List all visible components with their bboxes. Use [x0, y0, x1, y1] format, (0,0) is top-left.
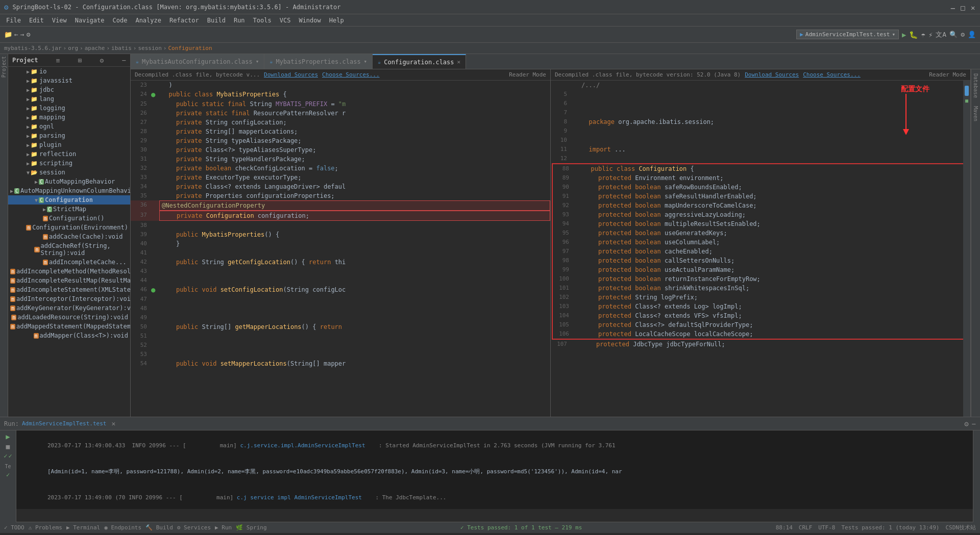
translate-icon[interactable]: 文A [936, 30, 946, 39]
right-choose-link[interactable]: Choose Sources... [803, 71, 861, 78]
tree-item-configuration[interactable]: ▼ C Configuration [8, 195, 130, 205]
menu-help[interactable]: Help [325, 16, 348, 25]
tree-item-plugin[interactable]: ▶ 📁 plugin [8, 140, 130, 149]
menu-analyze[interactable]: Analyze [131, 16, 165, 25]
minimize-button[interactable]: − [948, 4, 955, 11]
spring-tab[interactable]: 🌿 Spring [236, 524, 266, 531]
tree-item-method-addcache[interactable]: m addCache(Cache):void [8, 232, 130, 241]
services-tab[interactable]: ⚙ Services [177, 524, 211, 531]
collapse-all-icon[interactable]: ≡ [56, 57, 60, 64]
bottom-minimize-icon[interactable]: − [972, 420, 976, 428]
tree-item-mapping[interactable]: ▶ 📁 mapping [8, 113, 130, 122]
tree-item-strictmap[interactable]: ▶ C StrictMap [8, 205, 130, 214]
tab-close-config[interactable]: ✕ [457, 59, 461, 65]
tree-item-method-addincompletemethod[interactable]: m addIncompleteMethod(MethodResolver) [8, 267, 130, 276]
tree-item-lang[interactable]: ▶ 📁 lang [8, 94, 130, 104]
forward-button[interactable]: → [20, 31, 24, 38]
profile-button[interactable]: ⚡ [928, 31, 933, 39]
menu-file[interactable]: File [2, 16, 25, 25]
menu-edit[interactable]: Edit [25, 16, 48, 25]
tree-item-method-addincompleteresultmap[interactable]: m addIncompleteResultMap(ResultMapR... [8, 276, 130, 285]
left-code-area[interactable]: 23 ) 24 ● public class MybatisProperties… [131, 81, 550, 417]
problems-tab[interactable]: ⚠ Problems [29, 524, 62, 531]
breadcrumb-ibatis[interactable]: ibatis [111, 45, 132, 52]
menu-vcs[interactable]: VCS [276, 16, 295, 25]
back-button[interactable]: ← [14, 31, 18, 38]
breadcrumb-apache[interactable]: apache [85, 45, 105, 52]
tree-item-method-addincompletestatement[interactable]: m addIncompleteStatement(XMLStatem... [8, 285, 130, 294]
tree-item-session[interactable]: ▼ 📂 session [8, 168, 130, 177]
run-close-icon[interactable]: ✕ [111, 420, 115, 427]
expand-icon[interactable]: ⊞ [78, 57, 82, 64]
breadcrumb-configuration[interactable]: Configuration [168, 45, 212, 52]
tree-item-io[interactable]: ▶ 📁 io [8, 67, 130, 76]
tree-item-logging[interactable]: ▶ 📁 logging [8, 104, 130, 113]
project-tab[interactable]: Project [1, 56, 7, 78]
run-button[interactable]: ▶ [902, 31, 906, 39]
menu-build[interactable]: Build [203, 16, 230, 25]
close-button[interactable]: ✕ [969, 4, 976, 11]
run-config-name[interactable]: AdminServiceImplTest.test [22, 420, 107, 427]
left-download-link[interactable]: Download Sources [264, 71, 318, 78]
todo-tab[interactable]: ✓ TODO [4, 524, 24, 531]
run-configuration-dropdown[interactable]: ▶ AdminServiceImplTest.test ▾ [796, 30, 899, 39]
run-again-button[interactable]: ▶ [6, 432, 10, 441]
tree-item-method-config-2[interactable]: m Configuration(Environment) [8, 223, 130, 232]
avatar-icon[interactable]: 👤 [968, 31, 976, 38]
close-sidebar-icon[interactable]: − [122, 56, 126, 64]
left-reader-mode[interactable]: Reader Mode [509, 71, 546, 78]
tree-item-method-addincompletecache[interactable]: m addIncompleteCache... [8, 258, 130, 267]
menu-view[interactable]: View [48, 16, 71, 25]
window-controls[interactable]: − □ ✕ [948, 4, 976, 11]
maven-tab[interactable]: Maven [973, 106, 978, 121]
run-log-content[interactable]: 2023-07-17 13:49:00.433 INFO 20996 --- [… [16, 430, 973, 509]
log-scrollbar[interactable] [973, 430, 980, 522]
tree-item-automappingunknown[interactable]: ▶ C AutoMappingUnknownColumnBehavior [8, 186, 130, 195]
run-tab-bottom[interactable]: ▶ Run [215, 524, 232, 531]
menu-navigate[interactable]: Navigate [71, 16, 109, 25]
endpoints-tab[interactable]: ◉ Endpoints [104, 524, 141, 531]
tree-item-javassist[interactable]: ▶ 📁 javassist [8, 76, 130, 85]
tree-item-method-addinterceptor[interactable]: m addInterceptor(Interceptor):void [8, 294, 130, 303]
settings-icon[interactable]: ⚙ [27, 31, 31, 38]
build-tab[interactable]: 🔨 Build [145, 524, 173, 531]
bottom-settings-icon[interactable]: ⚙ [964, 420, 968, 428]
menu-window[interactable]: Window [295, 16, 325, 25]
tree-item-scripting[interactable]: ▶ 📁 scripting [8, 159, 130, 168]
maximize-button[interactable]: □ [959, 4, 966, 11]
left-choose-link[interactable]: Choose Sources... [322, 71, 380, 78]
tree-item-jdbc[interactable]: ▶ 📁 jdbc [8, 85, 130, 94]
coverage-button[interactable]: ☂ [921, 31, 925, 39]
breadcrumb-session[interactable]: session [138, 45, 161, 52]
tree-item-ognl[interactable]: ▶ 📁 ognl [8, 122, 130, 131]
gear-icon[interactable]: ⚙ [961, 31, 965, 38]
tree-item-reflection[interactable]: ▶ 📁 reflection [8, 149, 130, 159]
tree-item-method-addkeygenerator[interactable]: m addKeyGenerator(KeyGenerator):v... [8, 303, 130, 313]
breadcrumb-org[interactable]: org [68, 45, 78, 52]
breadcrumb-jar[interactable]: mybatis-3.5.6.jar [4, 45, 62, 52]
tree-item-method-addmapper[interactable]: m addMapper(Class<T>):void [8, 331, 130, 340]
debug-button[interactable]: 🐛 [909, 31, 918, 39]
right-reader-mode[interactable]: Reader Mode [929, 71, 966, 78]
menu-code[interactable]: Code [109, 16, 132, 25]
tree-item-parsing[interactable]: ▶ 📁 parsing [8, 131, 130, 140]
tab-dropdown-autoconfig[interactable]: ▾ [256, 58, 259, 65]
tree-item-method-addloadedresource[interactable]: m addLoadedResource(String):void [8, 313, 130, 322]
tree-item-automapping[interactable]: ▶ C AutoMappingBehavior [8, 177, 130, 186]
terminal-tab[interactable]: ▶ Terminal [66, 524, 100, 531]
tab-configuration[interactable]: ☕ Configuration.class ✕ [373, 54, 466, 69]
tree-item-method-addmappedstatement[interactable]: m addMappedStatement(MappedStatemen... [8, 322, 130, 331]
search-icon[interactable]: 🔍 [949, 31, 958, 38]
dropdown-arrow-icon[interactable]: ▾ [892, 31, 895, 38]
tab-dropdown-props[interactable]: ▾ [364, 58, 368, 65]
tab-mybatisproperties[interactable]: ☕ MybatisProperties.class ▾ [264, 54, 373, 69]
tree-item-method-config-1[interactable]: m Configuration() [8, 214, 130, 223]
menu-run[interactable]: Run [230, 16, 249, 25]
menu-refactor[interactable]: Refactor [165, 16, 203, 25]
tab-mybatisautoconfiguration[interactable]: ☕ MybatisAutoConfiguration.class ▾ [131, 54, 264, 69]
database-tab[interactable]: Database [973, 73, 978, 98]
menu-tools[interactable]: Tools [249, 16, 276, 25]
tree-item-method-addcacheref[interactable]: m addCacheRef(String, String):void [8, 241, 130, 258]
settings-tree-icon[interactable]: ⚙ [100, 57, 104, 64]
right-download-link[interactable]: Download Sources [745, 71, 799, 78]
